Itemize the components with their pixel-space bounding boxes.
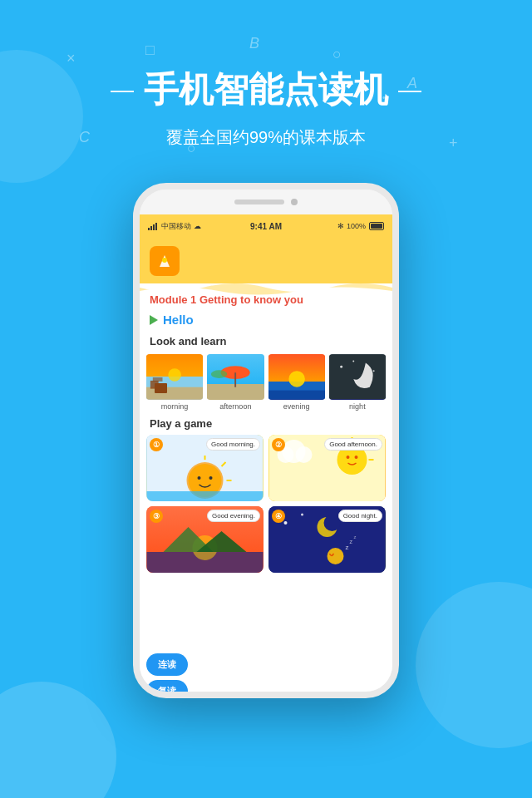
morning-image — [146, 354, 203, 400]
lianDu-button[interactable]: 连读 — [146, 653, 188, 676]
evening-image — [268, 354, 325, 400]
play-icon — [150, 315, 158, 325]
svg-point-18 — [352, 361, 354, 362]
speech-morning: Good morning. — [206, 438, 260, 451]
svg-text:z: z — [346, 544, 349, 551]
phone-camera — [291, 199, 298, 205]
svg-point-11 — [211, 370, 228, 378]
svg-rect-5 — [153, 377, 163, 382]
header-wave — [140, 279, 392, 296]
night-image — [329, 354, 386, 400]
svg-point-45 — [301, 514, 303, 516]
image-morning[interactable]: morning — [146, 354, 203, 411]
battery-icon — [369, 222, 384, 230]
status-left: 中国移动 ☁ — [148, 221, 201, 232]
fuDu-button[interactable]: 复读 — [146, 680, 188, 698]
svg-rect-15 — [329, 355, 386, 400]
svg-point-17 — [372, 370, 374, 372]
game-num-3: ③ — [150, 510, 163, 523]
game-cell-morning[interactable]: ① Good morning. — [146, 435, 264, 501]
status-right: ✻ 100% — [337, 222, 384, 230]
bg-blob-bottomright — [416, 582, 532, 748]
game-cell-night[interactable]: ④ Good night. — [268, 506, 386, 573]
battery-text: 100% — [347, 222, 366, 230]
bottom-buttons: 连读 复读 — [146, 653, 188, 698]
title-text: 手机智能点读机 — [144, 66, 388, 113]
hello-section[interactable]: Hello — [140, 309, 392, 332]
game-cell-evening[interactable]: ③ Good evening. — [146, 506, 264, 573]
night-label: night — [329, 402, 386, 411]
svg-rect-14 — [268, 391, 325, 400]
morning-svg — [146, 354, 203, 400]
hello-text: Hello — [163, 313, 194, 327]
image-afternoon[interactable]: afternoon — [207, 354, 264, 411]
afternoon-image — [207, 354, 264, 400]
svg-rect-3 — [146, 387, 203, 400]
status-bar: 中国移动 ☁ 9:41 AM ✻ 100% — [140, 214, 392, 238]
svg-point-1 — [162, 258, 167, 263]
svg-point-16 — [340, 366, 342, 368]
geo-x: × — [66, 50, 76, 67]
svg-point-30 — [347, 456, 350, 459]
svg-rect-8 — [207, 387, 264, 400]
game-num-2: ② — [272, 438, 285, 451]
phone-volume-down-button — [133, 352, 136, 385]
svg-rect-27 — [147, 491, 264, 501]
phone-body: 中国移动 ☁ 9:41 AM ✻ 100% — [133, 183, 399, 698]
phone-top-bar — [140, 190, 392, 214]
svg-point-25 — [198, 476, 201, 480]
app-logo — [150, 246, 180, 276]
svg-text:z: z — [354, 534, 357, 539]
game-cell-afternoon[interactable]: ② Good afternoon. — [268, 435, 386, 501]
logo-icon — [155, 252, 174, 270]
svg-point-37 — [296, 446, 313, 463]
evening-label: evening — [268, 402, 325, 411]
look-learn-title: Look and learn — [140, 332, 392, 354]
bluetooth-icon: ✻ — [337, 222, 344, 230]
svg-point-31 — [355, 456, 358, 459]
svg-point-26 — [209, 476, 213, 480]
svg-point-44 — [284, 521, 288, 525]
signal-bars — [148, 222, 157, 230]
afternoon-label: afternoon — [207, 402, 264, 411]
evening-svg — [268, 354, 325, 400]
dash-right: — — [398, 76, 421, 103]
morning-label: morning — [146, 402, 203, 411]
battery-fill — [371, 224, 382, 229]
image-grid: morning — [140, 354, 392, 411]
game-num-4: ④ — [272, 510, 285, 523]
speech-night: Good night. — [338, 510, 382, 522]
carrier-text: 中国移动 — [161, 221, 191, 232]
image-night[interactable]: night — [329, 354, 386, 411]
svg-text:z: z — [350, 539, 353, 544]
phone-power-button — [396, 289, 399, 331]
app-subtitle: 覆盖全国约99%的课本版本 — [0, 126, 532, 149]
image-evening[interactable]: evening — [268, 354, 325, 411]
svg-point-13 — [288, 371, 305, 387]
svg-point-50 — [328, 548, 344, 564]
afternoon-svg — [207, 354, 264, 400]
game-grid: ① Good morning. — [140, 435, 392, 573]
bg-blob-bottomleft — [0, 682, 116, 798]
status-time: 9:41 AM — [250, 222, 282, 231]
phone-speaker — [234, 200, 284, 204]
phone-mockup: 中国移动 ☁ 9:41 AM ✻ 100% — [133, 183, 399, 698]
speech-afternoon: Good afternoon. — [324, 438, 382, 451]
header-area: — 手机智能点读机 — 覆盖全国约99%的课本版本 — [0, 66, 532, 149]
app-header — [140, 238, 392, 283]
geo-circle1: ○ — [332, 46, 342, 63]
geo-square: □ — [145, 42, 155, 59]
app-title: — 手机智能点读机 — — [0, 66, 532, 113]
svg-point-6 — [168, 368, 181, 382]
dash-left: — — [111, 76, 134, 103]
night-svg — [329, 354, 386, 400]
play-game-title: Play a game — [140, 411, 392, 435]
phone-silent-button — [133, 273, 136, 298]
svg-rect-4 — [150, 381, 159, 389]
app-content: Module 1 Getting to know you Hello Look … — [140, 283, 392, 698]
geo-b: B — [249, 35, 259, 52]
speech-evening: Good evening. — [207, 510, 260, 522]
wifi-icon: ☁ — [194, 222, 201, 230]
phone-volume-up-button — [133, 310, 136, 343]
game-num-1: ① — [150, 438, 163, 451]
